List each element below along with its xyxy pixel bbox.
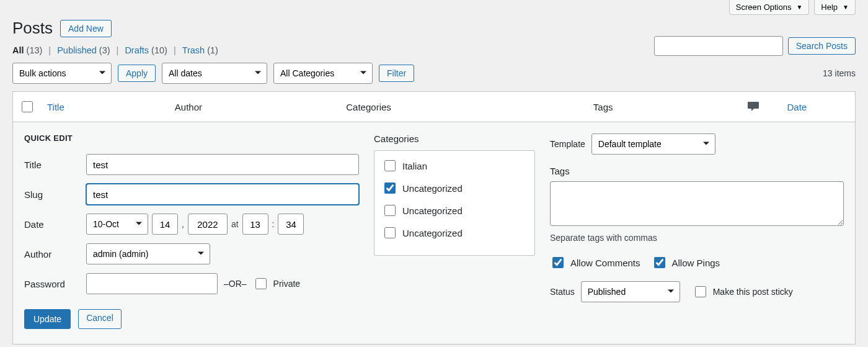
category-checkbox[interactable] <box>384 205 396 216</box>
minute-input[interactable] <box>278 214 304 235</box>
chevron-down-icon: ▼ <box>843 4 849 11</box>
filter-published-link[interactable]: Published <box>57 45 97 55</box>
col-title[interactable]: Title <box>41 92 169 122</box>
template-select[interactable]: Default template <box>591 133 715 155</box>
category-item[interactable]: Italian <box>382 158 527 173</box>
col-date[interactable]: Date <box>781 92 856 122</box>
day-input[interactable] <box>152 214 178 235</box>
date-filter-select[interactable]: All dates <box>162 63 267 84</box>
col-tags: Tags <box>587 92 725 122</box>
search-posts-button[interactable]: Search Posts <box>788 37 856 55</box>
table-header-row: Title Author Categories Tags Date <box>13 92 856 122</box>
status-select[interactable]: Published <box>581 281 680 302</box>
author-select[interactable]: admin (admin) <box>86 243 210 264</box>
update-button[interactable]: Update <box>24 309 71 329</box>
add-new-button[interactable]: Add New <box>60 20 112 37</box>
search-input[interactable] <box>654 36 783 56</box>
comments-icon[interactable] <box>747 103 760 114</box>
screen-options-label: Screen Options <box>736 2 792 12</box>
slug-input[interactable] <box>86 184 359 205</box>
category-checkbox[interactable] <box>384 227 396 238</box>
template-label: Template <box>550 139 585 149</box>
slug-label: Slug <box>24 189 80 200</box>
category-item[interactable]: Uncategorized <box>382 203 527 218</box>
category-label: Uncategorized <box>402 183 463 194</box>
allow-pings-checkbox[interactable] <box>654 257 665 268</box>
private-label: Private <box>273 279 301 289</box>
tags-hint: Separate tags with commas <box>550 233 844 243</box>
category-label: Uncategorized <box>402 205 463 216</box>
sticky-checkbox[interactable] <box>695 286 706 297</box>
year-input[interactable] <box>188 214 228 235</box>
filter-drafts-link[interactable]: Drafts <box>125 45 149 55</box>
quick-edit-heading: QUICK EDIT <box>24 133 359 143</box>
apply-button[interactable]: Apply <box>118 65 156 82</box>
category-item[interactable]: Uncategorized <box>382 181 527 196</box>
categories-box: ItalianUncategorizedUncategorizedUncateg… <box>374 150 535 256</box>
col-author: Author <box>169 92 340 122</box>
category-label: Italian <box>402 161 427 171</box>
filter-trash-count: (1) <box>207 45 218 55</box>
tags-textarea[interactable] <box>550 181 844 226</box>
title-label: Title <box>24 160 80 170</box>
screen-options-button[interactable]: Screen Options ▼ <box>729 0 810 15</box>
title-input[interactable] <box>86 154 359 175</box>
status-label: Status <box>550 287 575 297</box>
password-input[interactable] <box>86 273 218 294</box>
category-checkbox[interactable] <box>384 183 396 194</box>
allow-comments-checkbox[interactable] <box>552 257 564 268</box>
quick-edit-row: QUICK EDIT Title Slug Date <box>13 122 856 345</box>
category-item[interactable]: Uncategorized <box>382 225 527 240</box>
category-filter-select[interactable]: All Categories <box>273 63 373 84</box>
at-text: at <box>231 219 239 229</box>
private-checkbox[interactable] <box>255 278 267 289</box>
posts-table: Title Author Categories Tags Date QUICK … <box>12 91 856 345</box>
sticky-label: Make this post sticky <box>713 287 793 297</box>
col-categories: Categories <box>340 92 587 122</box>
allow-pings-label: Allow Pings <box>672 258 720 268</box>
category-label: Uncategorized <box>402 228 463 238</box>
chevron-down-icon: ▼ <box>796 4 802 11</box>
allow-comments-label: Allow Comments <box>570 258 640 268</box>
hour-input[interactable] <box>242 214 268 235</box>
filter-published-count: (3) <box>99 45 110 55</box>
or-text: –OR– <box>224 279 247 289</box>
filter-button[interactable]: Filter <box>379 65 414 82</box>
help-label: Help <box>821 2 838 12</box>
select-all-checkbox[interactable] <box>22 101 33 112</box>
page-title: Posts <box>12 19 53 38</box>
author-label: Author <box>24 249 80 259</box>
filter-all-link[interactable]: All <box>12 45 24 55</box>
date-label: Date <box>24 219 80 230</box>
categories-section-label: Categories <box>374 133 535 144</box>
bulk-actions-select[interactable]: Bulk actions <box>12 63 112 84</box>
cancel-button[interactable]: Cancel <box>78 309 122 329</box>
filter-drafts-count: (10) <box>151 45 167 55</box>
password-label: Password <box>24 279 80 289</box>
help-button[interactable]: Help ▼ <box>814 0 856 15</box>
filter-trash-link[interactable]: Trash <box>182 45 205 55</box>
filter-all-count: (13) <box>27 45 43 55</box>
items-count: 13 items <box>823 68 856 78</box>
category-checkbox[interactable] <box>384 160 396 171</box>
tags-label: Tags <box>550 166 844 176</box>
month-select[interactable]: 10-Oct <box>86 214 148 235</box>
